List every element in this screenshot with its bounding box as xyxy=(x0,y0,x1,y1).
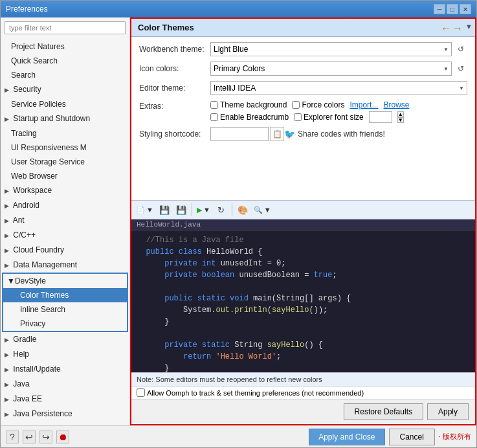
code-line: private boolean unusedBoolean = true; xyxy=(137,269,470,281)
font-size-down[interactable]: ▼ xyxy=(397,117,404,123)
record-icon-button[interactable]: ⏺ xyxy=(56,431,69,443)
sidebar-item-java-persistence[interactable]: ▶ Java Persistence xyxy=(1,407,129,421)
panel-title: Color Themes xyxy=(131,19,475,37)
theme-button[interactable]: 🎨 xyxy=(235,202,250,218)
sidebar-item-gradle[interactable]: ▶ Gradle xyxy=(1,332,129,347)
twitter-icon: 🐦 xyxy=(284,129,295,139)
run-button[interactable]: ▶ ▼ xyxy=(195,202,212,218)
sidebar-item-security[interactable]: ▶ Security xyxy=(1,82,129,97)
workbench-theme-dropdown[interactable]: Light Blue ▼ xyxy=(210,42,452,56)
back-icon[interactable]: ← xyxy=(441,23,451,34)
run-arrow: ▼ xyxy=(203,206,210,214)
refresh-button[interactable]: ↻ xyxy=(214,202,229,218)
search-icon: 🔍 xyxy=(254,206,263,214)
sidebar-item-cpp[interactable]: ▶ C/C++ xyxy=(1,228,129,243)
sidebar-item-data-management[interactable]: ▶ Data Management xyxy=(1,258,129,273)
search-arrow: ▼ xyxy=(264,206,271,214)
sidebar-item-cloud-foundry[interactable]: ▶ Cloud Foundry xyxy=(1,243,129,258)
sidebar-item-project-natures[interactable]: Project Natures xyxy=(1,39,129,54)
search-button[interactable]: 🔍 ▼ xyxy=(252,202,273,218)
redo-icon-button[interactable]: ↪ xyxy=(39,431,52,443)
sidebar-item-install-update[interactable]: ▶ Install/Update xyxy=(1,362,129,377)
save-all-button[interactable]: 💾 xyxy=(173,202,189,218)
icon-colors-row: Icon colors: Primary Colors ▼ ↺ xyxy=(139,62,467,76)
dropdown-arrow-workbench: ▼ xyxy=(443,47,449,52)
styling-input[interactable]: YacDAA xyxy=(210,127,269,141)
apply-button[interactable]: Apply xyxy=(427,403,469,420)
sidebar-item-workspace[interactable]: ▶ Workspace xyxy=(1,183,129,198)
minimize-button[interactable]: ─ xyxy=(434,4,445,14)
oomph-checkbox[interactable] xyxy=(137,388,145,397)
sidebar-item-devstyle[interactable]: ▼ DevStyle xyxy=(3,274,127,288)
title-bar-controls: ─ □ ✕ xyxy=(434,4,471,14)
sidebar-item-service-policies[interactable]: Service Policies xyxy=(1,97,129,111)
sidebar-item-privacy[interactable]: Privacy xyxy=(3,317,127,331)
code-line: public static void main(String[] args) { xyxy=(137,293,470,304)
sidebar-item-tracing[interactable]: Tracing xyxy=(1,126,129,140)
close-button[interactable]: ✕ xyxy=(460,4,471,14)
sidebar: Project Natures Quick Search Search ▶ Se… xyxy=(1,17,130,425)
new-file-arrow: ▼ xyxy=(146,206,153,214)
restore-defaults-button[interactable]: Restore Defaults xyxy=(344,403,423,420)
sidebar-item-ui-responsiveness[interactable]: UI Responsiveness M xyxy=(1,140,129,155)
sidebar-item-android[interactable]: ▶ Android xyxy=(1,198,129,213)
undo-icon-button[interactable]: ↩ xyxy=(23,431,36,443)
forward-icon[interactable]: → xyxy=(452,23,463,34)
code-line: System.out.println(sayHello()); xyxy=(137,304,470,316)
cancel-button[interactable]: Cancel xyxy=(389,429,435,445)
explorer-font-input[interactable] xyxy=(294,113,302,121)
code-line: } xyxy=(137,363,470,372)
browse-link[interactable]: Browse xyxy=(383,100,409,109)
sidebar-item-color-themes[interactable]: Color Themes xyxy=(3,288,127,302)
code-editor[interactable]: //This is a Java file public class Hello… xyxy=(131,230,475,372)
force-colors-input[interactable] xyxy=(292,101,300,109)
code-line: private static String sayHello() { xyxy=(137,339,470,351)
save-all-icon: 💾 xyxy=(176,205,186,215)
sidebar-item-java-ee[interactable]: ▶ Java EE xyxy=(1,392,129,407)
nav-buttons: ← → ▼ xyxy=(441,23,472,34)
note-bar: Note: Some editors must be reopened to r… xyxy=(131,372,475,386)
oomph-checkbox-label[interactable]: Allow Oomph to track & set theming prefe… xyxy=(137,388,364,397)
apply-and-close-button[interactable]: Apply and Close xyxy=(309,429,384,445)
extras-row-1: Theme background Force colors Import... … xyxy=(210,100,467,109)
workbench-theme-label: Workbench theme: xyxy=(139,45,210,54)
extras-row: Extras: Theme background Force colors xyxy=(139,100,467,123)
window-title: Preferences xyxy=(6,5,48,14)
sidebar-item-web-browser[interactable]: Web Browser xyxy=(1,169,129,183)
breadcrumb-input[interactable] xyxy=(210,113,218,121)
sidebar-item-search[interactable]: Search xyxy=(1,68,129,82)
theme-bg-input[interactable] xyxy=(210,101,218,109)
explorer-font-checkbox[interactable]: Explorer font size xyxy=(294,113,364,122)
font-size-input[interactable]: 11 xyxy=(369,111,392,123)
filter-input[interactable] xyxy=(5,21,126,34)
sidebar-item-startup[interactable]: ▶ Startup and Shutdown xyxy=(1,111,129,126)
editor-theme-dropdown[interactable]: IntelliJ IDEA ▼ xyxy=(210,81,467,95)
sidebar-item-ant[interactable]: ▶ Ant xyxy=(1,213,129,228)
theme-bg-checkbox[interactable]: Theme background xyxy=(210,100,287,109)
icon-refresh-button[interactable]: ↺ xyxy=(454,62,467,75)
new-file-button[interactable]: 📄 ▼ xyxy=(134,202,155,218)
copy-icon-button[interactable]: 📋 xyxy=(270,127,284,141)
breadcrumb-checkbox[interactable]: Enable Breadcrumb xyxy=(210,113,289,122)
save-button[interactable]: 💾 xyxy=(157,202,172,218)
extras-row-2: Enable Breadcrumb Explorer font size 11 … xyxy=(210,111,467,123)
code-line xyxy=(137,281,470,293)
sidebar-item-quick-search[interactable]: Quick Search xyxy=(1,54,129,68)
import-link[interactable]: Import... xyxy=(349,100,378,109)
font-size-up[interactable]: ▲ xyxy=(397,111,404,117)
editor-theme-label: Editor theme: xyxy=(139,84,210,93)
sidebar-item-help[interactable]: ▶ Help xyxy=(1,347,129,362)
workbench-refresh-button[interactable]: ↺ xyxy=(454,43,467,56)
devstyle-arrow: ▼ xyxy=(7,275,15,287)
devstyle-section: ▼ DevStyle Color Themes Inline Search Pr… xyxy=(2,273,128,332)
sidebar-item-inline-search[interactable]: Inline Search xyxy=(3,302,127,317)
separator-1 xyxy=(192,203,192,216)
help-icon-button[interactable]: ? xyxy=(6,431,19,443)
watermark: · 版权所有 xyxy=(439,432,471,442)
sidebar-item-user-storage[interactable]: User Storage Service xyxy=(1,155,129,169)
dropdown-icon[interactable]: ▼ xyxy=(465,23,472,34)
icon-colors-dropdown[interactable]: Primary Colors ▼ xyxy=(210,62,452,76)
maximize-button[interactable]: □ xyxy=(447,4,458,14)
sidebar-item-java[interactable]: ▶ Java xyxy=(1,377,129,392)
force-colors-checkbox[interactable]: Force colors xyxy=(292,100,344,109)
